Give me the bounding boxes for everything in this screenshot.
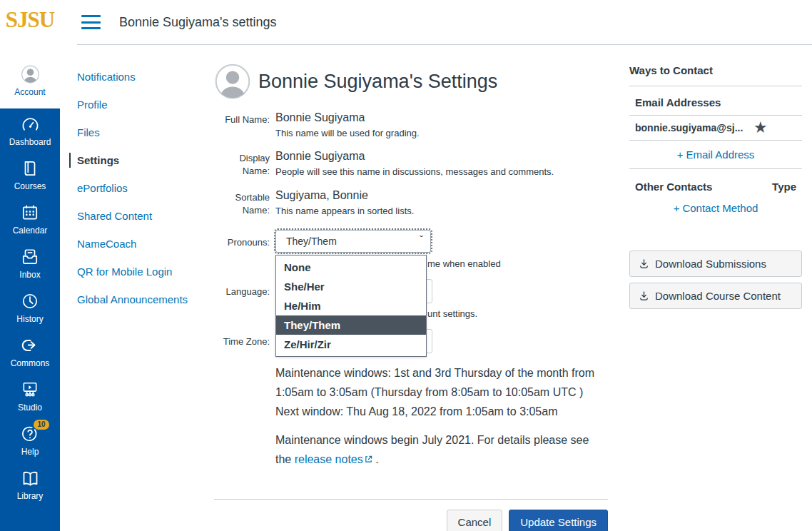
library-icon [21, 469, 40, 488]
history-icon [21, 292, 40, 311]
sidebar-item-label: Courses [14, 182, 46, 191]
settings-nav-settings[interactable]: Settings [69, 153, 205, 168]
full-name-label: Full Name: [214, 111, 270, 138]
dashboard-icon [21, 115, 40, 134]
time-zone-label: Time Zone: [214, 329, 270, 353]
display-name-row: Display Name: Bonnie Sugiyama People wil… [214, 150, 608, 178]
sidebar-item-label: Studio [18, 403, 42, 413]
settings-nav-shared-content[interactable]: Shared Content [77, 208, 205, 223]
sidebar-item-label: Calendar [13, 226, 48, 236]
language-label: Language: [214, 279, 270, 319]
help-icon: 10 [21, 425, 40, 444]
sortable-name-row: Sortable Name: Sugiyama, Bonnie This nam… [214, 189, 608, 217]
default-email-star-icon[interactable]: ★ [754, 122, 766, 133]
full-name-value: Bonnie Sugiyama [275, 111, 608, 124]
other-contacts-title: Other Contacts [635, 181, 712, 193]
email-addresses-title: Email Addresses [629, 86, 802, 116]
help-badge: 10 [34, 420, 49, 430]
pronouns-option-they-them[interactable]: They/Them [276, 315, 426, 335]
sidebar-item-studio[interactable]: Studio [0, 374, 60, 418]
global-nav: SJSU Account Dashboard [0, 0, 60, 531]
sidebar-item-courses[interactable]: Courses [0, 153, 60, 197]
full-name-row: Full Name: Bonnie Sugiyama This name wil… [214, 111, 608, 138]
update-settings-button[interactable]: Update Settings [509, 510, 608, 531]
sidebar-item-dashboard[interactable]: Dashboard [0, 108, 60, 153]
sidebar-item-label: Commons [11, 359, 50, 368]
plus-icon: + [674, 202, 680, 214]
ways-to-contact-title: Ways to Contact [629, 64, 802, 86]
external-link-icon [365, 455, 372, 463]
pronouns-select[interactable]: They/Them ˇ [275, 230, 431, 253]
cancel-button[interactable]: Cancel [447, 510, 503, 531]
profile-form: Full Name: Bonnie Sugiyama This name wil… [214, 111, 608, 531]
sjsu-logo[interactable]: SJSU [0, 0, 60, 40]
studio-icon [21, 380, 40, 400]
sidebar-item-history[interactable]: History [0, 285, 60, 330]
maintenance-line2: Next window: Thu Aug 18, 2022 from 1:05a… [275, 405, 558, 418]
pronouns-label: Pronouns: [214, 230, 270, 269]
courses-icon [21, 159, 40, 178]
display-name-value: Bonnie Sugiyama [275, 150, 608, 163]
commons-icon [21, 336, 40, 355]
sortable-name-help: This name appears in sorted lists. [275, 206, 608, 216]
maintenance-para2-end: . [372, 453, 379, 465]
display-name-help: People will see this name in discussions… [275, 166, 608, 177]
sidebar-item-calendar[interactable]: Calendar [0, 197, 60, 241]
inbox-icon [21, 248, 40, 267]
sidebar-item-commons[interactable]: Commons [0, 330, 60, 374]
calendar-icon [21, 203, 40, 223]
profile-avatar[interactable] [214, 63, 251, 100]
settings-nav-notifications[interactable]: Notifications [77, 69, 205, 84]
display-name-label: Display Name: [214, 150, 270, 178]
add-contact-method-link[interactable]: +Contact Method [629, 196, 802, 221]
sidebar-item-label: Library [17, 492, 44, 501]
download-icon [639, 258, 649, 269]
settings-main: Bonnie Sugiyama's Settings Full Name: Bo… [214, 63, 608, 531]
sidebar-item-label: Dashboard [9, 138, 51, 147]
pronouns-dropdown: None She/Her He/Him They/Them Ze/Hir/Zir [275, 255, 427, 357]
sidebar-item-library[interactable]: Library [0, 462, 60, 507]
sidebar-item-inbox[interactable]: Inbox [0, 241, 60, 285]
settings-nav-qr-mobile-login[interactable]: QR for Mobile Login [77, 264, 205, 279]
sortable-name-label: Sortable Name: [214, 189, 270, 217]
pronouns-option-ze-hir-zir[interactable]: Ze/Hir/Zir [276, 335, 426, 354]
settings-nav: Notifications Profile Files Settings ePo… [77, 69, 205, 320]
header-title: Bonnie Sugiyama's settings [119, 15, 277, 30]
ways-to-contact-panel: Ways to Contact Email Addresses bonnie.s… [629, 64, 802, 309]
settings-nav-eportfolios[interactable]: ePortfolios [77, 181, 205, 196]
settings-nav-namecoach[interactable]: NameCoach [77, 236, 205, 251]
pronouns-selected-value: They/Them [286, 236, 337, 247]
full-name-help: This name will be used for grading. [275, 128, 608, 138]
pronouns-row: Pronouns: They/Them ˇ me when enabled No… [214, 230, 608, 269]
settings-nav-global-announcements[interactable]: Global Announcements [77, 292, 205, 307]
sidebar-item-label: Help [21, 447, 39, 457]
form-divider [214, 499, 608, 500]
email-row: bonnie.sugiyama@sj... ★ [629, 116, 802, 141]
sidebar-item-account[interactable]: Account [0, 40, 60, 108]
release-notes-link[interactable]: release notes [295, 453, 363, 465]
pronouns-option-he-him[interactable]: He/Him [276, 296, 426, 315]
type-column-header: Type [772, 181, 796, 193]
sortable-name-value: Sugiyama, Bonnie [275, 189, 608, 202]
hamburger-menu-icon[interactable] [81, 15, 101, 29]
add-email-address-link[interactable]: +Email Address [629, 141, 802, 169]
download-icon [639, 290, 649, 301]
maintenance-line1: Maintenance windows: 1st and 3rd Thursda… [275, 367, 594, 398]
chevron-down-icon: ˇ [420, 234, 423, 246]
page-header: Bonnie Sugiyama's settings [60, 0, 812, 44]
sidebar-item-help[interactable]: 10 Help [0, 418, 60, 462]
pronouns-option-none[interactable]: None [276, 258, 426, 277]
maintenance-info: Maintenance windows: 1st and 3rd Thursda… [275, 363, 598, 469]
sidebar-item-label: Inbox [19, 270, 40, 280]
sidebar-item-label: History [16, 315, 43, 324]
settings-nav-files[interactable]: Files [77, 125, 205, 140]
settings-nav-profile[interactable]: Profile [77, 97, 205, 112]
page-title: Bonnie Sugiyama's Settings [258, 71, 497, 93]
plus-icon: + [677, 148, 684, 161]
global-nav-blue: Dashboard Courses [0, 108, 60, 531]
pronouns-option-she-her[interactable]: She/Her [276, 277, 426, 296]
header-divider [77, 44, 812, 45]
download-course-content-button[interactable]: Download Course Content [629, 283, 802, 309]
email-address: bonnie.sugiyama@sj... [635, 122, 743, 133]
download-submissions-button[interactable]: Download Submissions [629, 251, 802, 277]
